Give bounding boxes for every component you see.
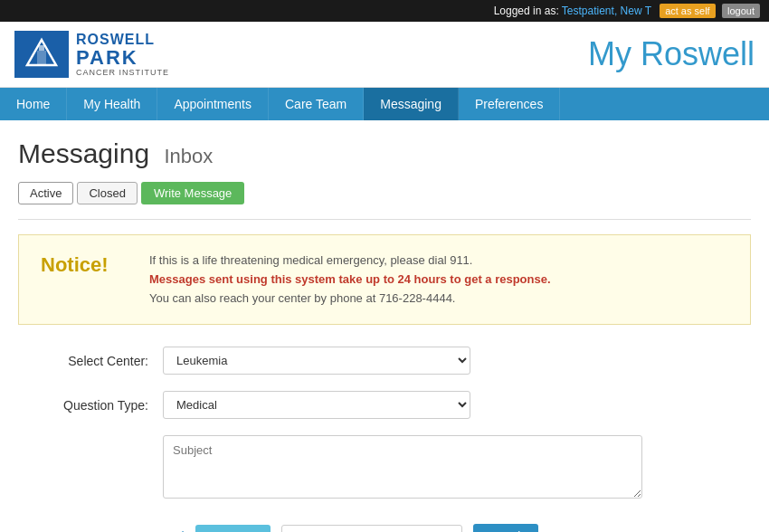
logo-icon [24, 36, 60, 72]
notice-text: If this is a life threatening medical em… [149, 252, 551, 308]
select-center-dropdown[interactable]: Leukemia Breast Hematology General Oncol… [163, 347, 470, 375]
logo-box [14, 31, 69, 78]
question-type-row: Question Type: Medical Billing Appointme… [36, 391, 733, 419]
svg-rect-2 [37, 51, 46, 65]
nav-item-messaging[interactable]: Messaging [364, 88, 459, 120]
write-message-button[interactable]: Write Message [141, 182, 244, 204]
logo-text: ROSWELL PARK CANCER INSTITUTE [76, 32, 169, 77]
app-name: My Roswell [588, 35, 755, 73]
subject-row [36, 435, 733, 499]
form-actions: Cancel Share file Send [18, 515, 751, 532]
subject-textarea[interactable] [163, 435, 642, 499]
tab-closed[interactable]: Closed [77, 182, 137, 204]
message-form: Select Center: Leukemia Breast Hematolog… [18, 347, 751, 499]
tab-bar: Active Closed Write Message [18, 182, 751, 204]
notice-line2: Messages sent using this system take up … [149, 271, 551, 290]
nav-item-appointments[interactable]: Appointments [157, 88, 269, 120]
send-button[interactable]: Send [473, 524, 539, 532]
notice-label: Notice! [41, 252, 122, 277]
page-title: Messaging Inbox [18, 138, 751, 169]
share-file-button[interactable]: Share file [195, 525, 271, 532]
top-bar: Logged in as: Testpatient, New T act as … [0, 0, 769, 22]
select-center-row: Select Center: Leukemia Breast Hematolog… [36, 347, 733, 375]
username: Testpatient, New T [562, 5, 651, 17]
nav-item-care-team[interactable]: Care Team [269, 88, 364, 120]
nav-item-home[interactable]: Home [0, 88, 67, 120]
notice-line1: If this is a life threatening medical em… [149, 252, 551, 271]
main-content: Messaging Inbox Active Closed Write Mess… [0, 120, 769, 532]
logo-park: PARK [76, 48, 169, 68]
svg-rect-3 [39, 45, 44, 51]
main-nav: Home My Health Appointments Care Team Me… [0, 88, 769, 120]
nav-item-preferences[interactable]: Preferences [459, 88, 560, 120]
notice-line3: You can also reach your center by phone … [149, 290, 551, 309]
logo-area: ROSWELL PARK CANCER INSTITUTE [14, 31, 169, 78]
question-type-label: Question Type: [36, 398, 163, 413]
question-type-dropdown[interactable]: Medical Billing Appointment Other [163, 391, 470, 419]
tab-active[interactable]: Active [18, 182, 73, 204]
logo-cancer: CANCER INSTITUTE [76, 68, 169, 77]
notice-box: Notice! If this is a life threatening me… [18, 234, 751, 325]
logged-in-label: Logged in as: [494, 5, 559, 17]
share-filename-input[interactable] [281, 525, 462, 532]
nav-item-my-health[interactable]: My Health [67, 88, 157, 120]
header: ROSWELL PARK CANCER INSTITUTE My Roswell [0, 22, 769, 88]
select-center-label: Select Center: [36, 354, 163, 368]
logout-button[interactable]: logout [722, 4, 760, 18]
act-as-self-button[interactable]: act as self [660, 4, 716, 18]
divider [18, 219, 751, 220]
